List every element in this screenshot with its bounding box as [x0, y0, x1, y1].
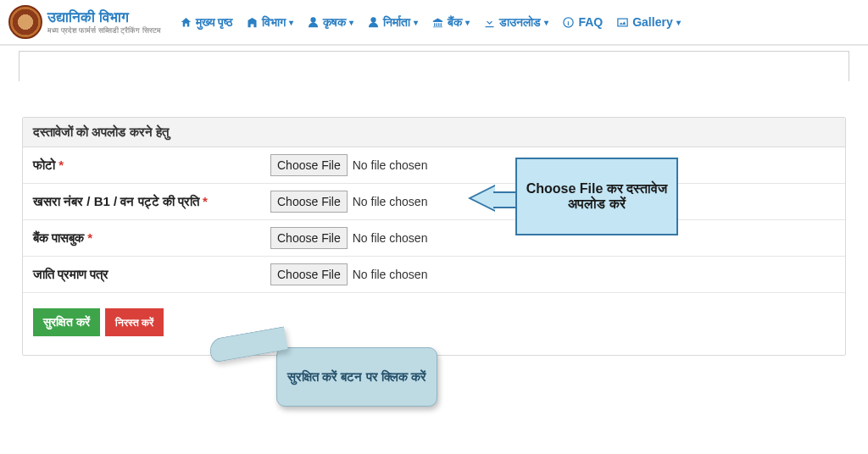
nav-home[interactable]: मुख्य पृष्ठ — [180, 15, 233, 30]
panel-title: दस्तावेजों को अपलोड करने हेतु — [23, 118, 845, 147]
nav-faq[interactable]: iFAQ — [562, 15, 603, 30]
chevron-down-icon: ▾ — [676, 18, 681, 27]
callout-upload: Choose File कर दस्तावेज अपलोड करें — [515, 158, 678, 235]
brand-title: उद्यानिकी विभाग — [47, 9, 161, 26]
upper-panel-edge — [19, 51, 849, 81]
nav-download[interactable]: डाउनलोड▾ — [483, 15, 548, 30]
required-mark: * — [199, 194, 208, 208]
nav-dept[interactable]: विभाग▾ — [246, 15, 293, 30]
nav-farmer[interactable]: कृषक▾ — [307, 15, 353, 30]
action-buttons: सुरक्षित करें निरस्त करें — [23, 293, 845, 355]
svg-rect-2 — [618, 19, 627, 26]
file-status-photo: No file chosen — [353, 158, 428, 172]
label-khasra: खसरा नंबर / B1 / वन पट्टे की प्रति — [33, 194, 199, 208]
label-photo: फोटो — [33, 158, 55, 172]
row-khasra: खसरा नंबर / B1 / वन पट्टे की प्रति * Cho… — [23, 184, 845, 220]
nav-gallery[interactable]: Gallery▾ — [616, 15, 680, 30]
arrow-left-icon — [471, 186, 495, 210]
navbar: उद्यानिकी विभाग मध्य प्रदेश फार्मर्स सब्… — [0, 0, 868, 46]
cancel-button[interactable]: निरस्त करें — [105, 308, 164, 336]
choose-file-passbook[interactable]: Choose File — [270, 227, 348, 249]
choose-file-photo[interactable]: Choose File — [270, 154, 348, 176]
chevron-down-icon: ▾ — [289, 18, 293, 27]
row-passbook: बैंक पासबुक * Choose File No file chosen — [23, 220, 845, 257]
file-status-khasra: No file chosen — [353, 195, 428, 208]
chevron-down-icon: ▾ — [349, 18, 353, 27]
file-status-passbook: No file chosen — [353, 231, 428, 245]
building-icon — [246, 16, 259, 29]
nav-maker[interactable]: निर्माता▾ — [367, 15, 418, 30]
required-mark: * — [84, 230, 92, 245]
label-caste: जाति प्रमाण पत्र — [33, 267, 108, 281]
download-icon — [483, 16, 496, 29]
brand: उद्यानिकी विभाग मध्य प्रदेश फार्मर्स सब्… — [8, 5, 161, 39]
chevron-down-icon: ▾ — [465, 18, 470, 27]
row-caste: जाति प्रमाण पत्र Choose File No file cho… — [23, 257, 845, 293]
label-passbook: बैंक पासबुक — [33, 230, 84, 245]
user-icon — [367, 16, 380, 29]
brand-subtitle: मध्य प्रदेश फार्मर्स सब्सिडी ट्रैकिंग सि… — [47, 26, 161, 36]
callout-save: सुरक्षित करें बटन पर क्लिक करें — [276, 347, 437, 407]
chevron-down-icon: ▾ — [414, 18, 418, 27]
upload-panel: दस्तावेजों को अपलोड करने हेतु फोटो * Cho… — [22, 117, 846, 356]
choose-file-khasra[interactable]: Choose File — [270, 191, 348, 213]
chevron-down-icon: ▾ — [544, 18, 548, 27]
choose-file-caste[interactable]: Choose File — [270, 263, 348, 285]
image-icon — [616, 16, 629, 29]
user-icon — [307, 16, 320, 29]
nav-links: मुख्य पृष्ठ विभाग▾ कृषक▾ निर्माता▾ बैंक▾… — [180, 15, 681, 30]
row-photo: फोटो * Choose File No file chosen — [23, 147, 845, 184]
bank-icon — [431, 16, 444, 29]
svg-text:i: i — [568, 19, 570, 26]
info-icon: i — [562, 16, 575, 29]
required-mark: * — [55, 158, 64, 172]
file-status-caste: No file chosen — [353, 268, 428, 281]
nav-bank[interactable]: बैंक▾ — [431, 15, 470, 30]
brand-logo-icon — [8, 5, 42, 39]
save-button[interactable]: सुरक्षित करें — [33, 308, 100, 336]
home-icon — [180, 16, 192, 29]
